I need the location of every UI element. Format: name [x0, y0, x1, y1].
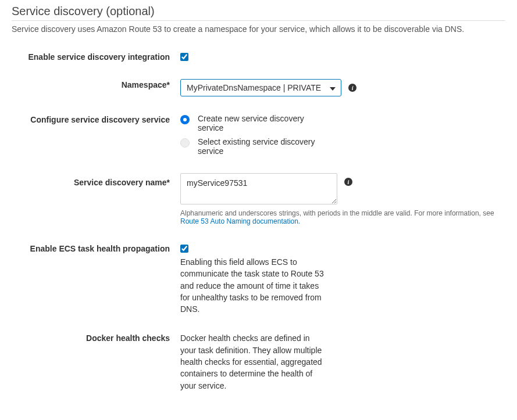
help-text-prefix: Alphanumeric and underscores strings, wi… — [180, 209, 494, 217]
info-icon[interactable]: i — [344, 178, 352, 186]
namespace-selected-value: MyPrivateDnsNamespace | PRIVATE — [187, 83, 321, 92]
configure-service-row: Configure service discovery service Crea… — [12, 114, 505, 156]
configure-service-label: Configure service discovery service — [12, 114, 180, 124]
health-propagation-checkbox[interactable] — [180, 245, 188, 253]
radio-selected-icon — [180, 115, 190, 124]
radio-label-create-new: Create new service discovery service — [198, 114, 331, 132]
radio-option-select-existing[interactable]: Select existing service discovery servic… — [180, 137, 331, 156]
enable-integration-checkbox[interactable] — [180, 53, 188, 61]
service-discovery-section: Service discovery (optional) Service dis… — [0, 0, 517, 409]
discovery-name-label: Service discovery name* — [12, 173, 180, 187]
info-icon[interactable]: i — [348, 84, 356, 92]
section-description: Service discovery uses Amazon Route 53 t… — [12, 24, 505, 34]
namespace-select[interactable]: MyPrivateDnsNamespace | PRIVATE — [180, 79, 341, 96]
docker-health-label: Docker health checks — [12, 332, 180, 343]
docker-health-row: Docker health checks Docker health check… — [12, 332, 505, 391]
health-propagation-row: Enable ECS task health propagation Enabl… — [12, 243, 505, 315]
health-propagation-description: Enabling this field allows ECS to commun… — [180, 256, 326, 315]
discovery-name-row: Service discovery name* i Alphanumeric a… — [12, 173, 505, 225]
health-propagation-label: Enable ECS task health propagation — [12, 243, 180, 253]
discovery-name-help: Alphanumeric and underscores strings, wi… — [180, 209, 494, 225]
namespace-row: Namespace* MyPrivateDnsNamespace | PRIVA… — [12, 79, 505, 96]
route53-docs-link[interactable]: Route 53 Auto Naming documentation. — [180, 217, 300, 225]
configure-service-radio-group: Create new service discovery service Sel… — [180, 114, 331, 156]
docker-health-description: Docker health checks are defined in your… — [180, 332, 326, 391]
namespace-label: Namespace* — [12, 79, 180, 89]
radio-option-create-new[interactable]: Create new service discovery service — [180, 114, 331, 132]
discovery-name-input[interactable] — [180, 173, 337, 204]
enable-integration-label: Enable service discovery integration — [12, 51, 180, 62]
radio-label-select-existing: Select existing service discovery servic… — [198, 137, 331, 156]
enable-integration-row: Enable service discovery integration — [12, 51, 505, 62]
section-title: Service discovery (optional) — [12, 0, 505, 21]
radio-unselected-icon — [180, 138, 190, 148]
